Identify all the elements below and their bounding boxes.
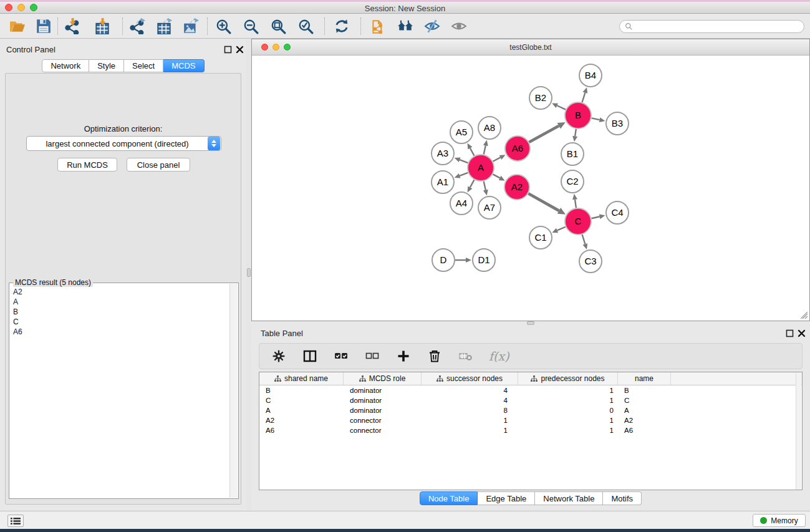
- graph-node-B4[interactable]: B4: [579, 64, 602, 87]
- table-cell[interactable]: 0: [518, 405, 618, 415]
- edge-A-A7[interactable]: [484, 181, 486, 190]
- close-table-panel-icon[interactable]: [798, 329, 806, 337]
- network-window-titlebar[interactable]: testGlobe.txt: [252, 39, 809, 56]
- graph-node-A5[interactable]: A5: [450, 121, 473, 143]
- task-history-button[interactable]: [7, 515, 24, 527]
- edge-C-C1[interactable]: [557, 227, 566, 231]
- zoom-selected-icon[interactable]: [297, 17, 314, 35]
- graph-node-A2[interactable]: A2: [504, 175, 529, 200]
- edge-A-A3[interactable]: [460, 160, 468, 163]
- graph-node-A4[interactable]: A4: [450, 192, 473, 215]
- float-table-panel-icon[interactable]: [786, 329, 794, 337]
- horizontal-divider-grip[interactable]: [527, 321, 534, 325]
- edge-C-C2[interactable]: [575, 200, 576, 208]
- table-cell[interactable]: 1: [422, 425, 518, 435]
- table-cell[interactable]: B: [259, 385, 344, 395]
- close-panel-button[interactable]: Close panel: [127, 158, 190, 172]
- criterion-dropdown[interactable]: largest connected component (directed): [26, 136, 221, 151]
- table-cell[interactable]: dominator: [344, 405, 422, 415]
- edge-B-B3[interactable]: [592, 118, 600, 120]
- table-cell[interactable]: 4: [422, 395, 518, 405]
- search-input[interactable]: [636, 22, 799, 31]
- edge-C-C3[interactable]: [582, 235, 586, 244]
- edge-A2-C[interactable]: [528, 193, 559, 211]
- node-table-scrollbar[interactable]: [796, 373, 801, 490]
- open-file-icon[interactable]: [9, 17, 26, 35]
- search-box[interactable]: [619, 20, 804, 33]
- graph-node-A6[interactable]: A6: [505, 136, 530, 161]
- split-view-icon[interactable]: [302, 349, 318, 364]
- graph-node-A7[interactable]: A7: [478, 196, 501, 219]
- zoom-in-icon[interactable]: [215, 17, 232, 35]
- table-cell[interactable]: 1: [518, 415, 618, 425]
- table-cell[interactable]: B: [618, 385, 671, 395]
- memory-button[interactable]: Memory: [753, 514, 806, 527]
- hide-graphics-details-icon[interactable]: [423, 17, 441, 35]
- graph-node-A[interactable]: A: [468, 155, 494, 181]
- table-cell[interactable]: A: [259, 405, 344, 415]
- graph-node-C1[interactable]: C1: [529, 226, 552, 249]
- edge-A-A5[interactable]: [470, 148, 475, 155]
- resize-grip-icon[interactable]: [801, 312, 808, 319]
- column-header-successor-nodes[interactable]: successor nodes: [422, 372, 518, 385]
- vertical-divider-grip[interactable]: [247, 268, 251, 277]
- edge-A-A6[interactable]: [493, 157, 500, 161]
- tab-node-table[interactable]: Node Table: [420, 491, 478, 505]
- export-image-icon[interactable]: [182, 17, 200, 35]
- mcds-result-item[interactable]: C: [13, 317, 229, 327]
- mcds-result-item[interactable]: A2: [13, 287, 229, 297]
- add-column-icon[interactable]: [395, 349, 412, 364]
- export-network-icon[interactable]: [128, 17, 146, 35]
- graph-node-A3[interactable]: A3: [432, 142, 454, 165]
- table-cell[interactable]: connector: [344, 425, 422, 435]
- edge-B-B2[interactable]: [557, 105, 566, 109]
- table-cell[interactable]: C: [259, 395, 344, 405]
- edge-B-B4[interactable]: [582, 93, 586, 102]
- table-row[interactable]: Adominator80A: [259, 405, 802, 415]
- export-table-icon[interactable]: [155, 17, 173, 35]
- tab-style[interactable]: Style: [89, 59, 124, 72]
- save-session-icon[interactable]: [35, 17, 52, 35]
- table-row[interactable]: Cdominator41C: [259, 395, 802, 405]
- table-cell[interactable]: C: [618, 395, 671, 405]
- zoom-out-icon[interactable]: [242, 17, 259, 35]
- show-graphics-details-icon[interactable]: [450, 17, 468, 35]
- import-network-icon[interactable]: [64, 17, 81, 35]
- table-cell[interactable]: 1: [518, 385, 618, 395]
- table-cell[interactable]: 8: [422, 405, 518, 415]
- column-header-name[interactable]: name: [618, 372, 671, 385]
- home-icon[interactable]: [397, 17, 414, 35]
- graph-node-D1[interactable]: D1: [473, 249, 495, 271]
- clone-network-icon[interactable]: [370, 17, 387, 35]
- table-row[interactable]: Bdominator41B: [259, 385, 802, 395]
- delete-column-icon[interactable]: [427, 349, 443, 364]
- graph-node-B[interactable]: B: [565, 102, 591, 128]
- graph-node-C[interactable]: C: [565, 208, 591, 235]
- column-header-predecessor-nodes[interactable]: predecessor nodes: [518, 372, 618, 385]
- graph-node-A8[interactable]: A8: [478, 117, 501, 139]
- mcds-list-scrollbar[interactable]: [229, 284, 238, 498]
- graph-node-C2[interactable]: C2: [561, 170, 584, 193]
- table-cell[interactable]: dominator: [344, 385, 422, 395]
- graph-node-B2[interactable]: B2: [529, 87, 552, 109]
- table-row[interactable]: A2connector11A2: [259, 415, 802, 425]
- edge-C-C4[interactable]: [591, 216, 599, 218]
- graph-node-B1[interactable]: B1: [561, 143, 584, 165]
- graph-node-C4[interactable]: C4: [606, 201, 629, 224]
- tab-network-table[interactable]: Network Table: [535, 491, 603, 505]
- table-cell[interactable]: 4: [422, 385, 518, 395]
- mcds-result-item[interactable]: A6: [13, 327, 229, 337]
- tab-mcds[interactable]: MCDS: [163, 59, 204, 72]
- run-mcds-button[interactable]: Run MCDS: [57, 158, 117, 172]
- table-cell[interactable]: A2: [259, 415, 344, 425]
- table-cell[interactable]: A6: [259, 425, 344, 435]
- table-cell[interactable]: 1: [518, 395, 618, 405]
- close-panel-icon[interactable]: [236, 46, 244, 54]
- tab-edge-table[interactable]: Edge Table: [478, 491, 535, 505]
- table-cell[interactable]: A: [618, 405, 671, 415]
- table-cell[interactable]: 1: [422, 415, 518, 425]
- float-panel-icon[interactable]: [224, 46, 232, 54]
- table-cell[interactable]: A6: [618, 425, 671, 435]
- tab-motifs[interactable]: Motifs: [603, 491, 642, 505]
- tab-network[interactable]: Network: [42, 59, 89, 72]
